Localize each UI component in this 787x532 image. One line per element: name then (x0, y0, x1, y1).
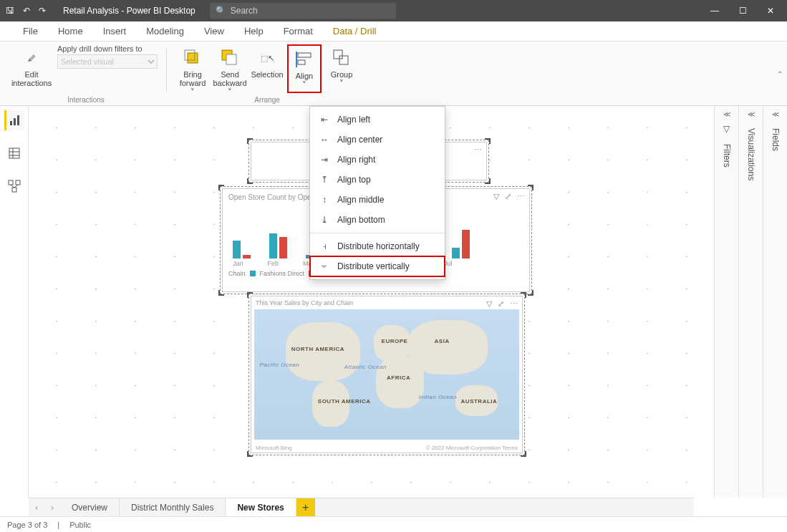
align-icon: ↕ (319, 195, 330, 205)
group-button[interactable]: Group˅ (324, 44, 359, 90)
edit-interactions-icon: 🖉 (28, 54, 36, 62)
align-menu-distribute-vertically[interactable]: ⫟Distribute vertically (310, 256, 445, 276)
tab-modeling[interactable]: Modeling (136, 21, 194, 41)
send-backward-button[interactable]: Send backward ˅ (213, 44, 247, 99)
svg-line-19 (11, 185, 14, 188)
visual-more-icon[interactable]: ⋯ (517, 192, 525, 201)
tab-data-drill[interactable]: Data / Drill (323, 21, 387, 41)
search-placeholder: Search (231, 6, 258, 16)
chevron-left-icon: ≪ (723, 110, 730, 118)
align-dropdown-menu: ⇤Align left↔Align center⇥Align right⤒Ali… (309, 106, 445, 280)
map-visual[interactable]: ▽ ⤢ ⋯ This Year Sales by City and Chain … (251, 296, 523, 453)
tab-file[interactable]: File (13, 21, 48, 41)
search-icon: 🔍 (216, 6, 226, 16)
filters-pane[interactable]: ≪ ▽ Filters (714, 106, 738, 498)
svg-rect-5 (298, 60, 305, 64)
align-icon: ⤓ (319, 215, 330, 225)
svg-rect-8 (339, 56, 348, 64)
tab-view[interactable]: View (194, 21, 234, 41)
tab-format[interactable]: Format (274, 21, 323, 41)
drill-filter-select[interactable]: Selected visual (57, 54, 158, 69)
fields-pane[interactable]: ≪ Fields (763, 106, 787, 498)
minimize-icon[interactable]: — (710, 6, 719, 16)
maximize-icon[interactable]: ☐ (739, 6, 747, 16)
align-menu-align-center[interactable]: ↔Align center (310, 130, 445, 150)
align-button[interactable]: Align˅ (287, 44, 322, 93)
add-sheet-button[interactable]: + (296, 498, 315, 517)
align-menu-align-bottom[interactable]: ⤓Align bottom (310, 210, 445, 230)
view-rail (0, 106, 29, 498)
status-bar: Page 3 of 3 | Public (0, 516, 787, 532)
tab-insert[interactable]: Insert (93, 21, 137, 41)
align-menu-align-middle[interactable]: ↕Align middle (310, 190, 445, 210)
selection-button[interactable]: ⬚↖ Selection (250, 44, 284, 82)
page-indicator: Page 3 of 3 (7, 521, 47, 529)
align-menu-align-right[interactable]: ⇥Align right (310, 150, 445, 170)
ribbon-group-arrange: Bring forward ˅ Send backward ˅ ⬚↖ Selec… (170, 44, 364, 105)
svg-rect-17 (16, 180, 20, 185)
svg-rect-18 (12, 188, 16, 192)
sheet-tab-district[interactable]: District Monthly Sales (120, 498, 226, 517)
svg-rect-11 (17, 115, 19, 125)
close-icon[interactable]: ✕ (767, 6, 774, 16)
align-icon: ⤒ (319, 175, 330, 185)
tab-home[interactable]: Home (48, 21, 93, 41)
svg-line-20 (14, 185, 18, 188)
svg-rect-10 (14, 118, 16, 125)
map-body: NORTH AMERICA EUROPE ASIA AFRICA SOUTH A… (254, 309, 519, 440)
visual-more-icon[interactable]: ⋯ (474, 145, 482, 155)
align-icon: ⫞ (319, 241, 330, 251)
report-view-button[interactable] (4, 110, 24, 130)
align-menu-align-top[interactable]: ⤒Align top (310, 170, 445, 190)
svg-rect-12 (9, 148, 19, 158)
svg-rect-9 (10, 121, 12, 125)
focus-icon[interactable]: ⤢ (505, 192, 511, 201)
align-menu-align-left[interactable]: ⇤Align left (310, 110, 445, 130)
sensitivity-label: Public (69, 521, 91, 529)
sheet-tab-overview[interactable]: Overview (60, 498, 120, 517)
filter-icon[interactable]: ▽ (486, 299, 492, 309)
svg-rect-7 (334, 50, 342, 59)
svg-rect-0 (188, 53, 198, 63)
sheet-tab-new-stores[interactable]: New Stores (226, 498, 296, 517)
redo-icon[interactable]: ↷ (39, 6, 46, 16)
data-view-button[interactable] (4, 143, 24, 163)
chevron-left-icon: ≪ (748, 110, 755, 118)
drill-filter-control: Apply drill down filters to Selected vis… (57, 44, 158, 69)
selection-icon: ⬚↖ (261, 54, 274, 63)
edit-interactions-button[interactable]: 🖉 Edit interactions (14, 44, 49, 90)
filter-icon: ▽ (723, 124, 730, 134)
visualizations-pane[interactable]: ≪ Visualizations (738, 106, 763, 498)
filter-icon[interactable]: ▽ (493, 192, 499, 201)
search-box[interactable]: 🔍 Search (210, 3, 396, 19)
focus-icon[interactable]: ⤢ (498, 299, 504, 309)
app-title: Retail Analysis - Power BI Desktop (63, 6, 195, 16)
title-bar: 🖫 ↶ ↷ Retail Analysis - Power BI Desktop… (0, 0, 787, 21)
svg-rect-4 (298, 53, 311, 57)
tab-nav-prev[interactable]: ‹ (29, 503, 44, 513)
menu-tabs: File Home Insert Modeling View Help Form… (0, 21, 787, 42)
model-view-button[interactable] (4, 176, 24, 196)
undo-icon[interactable]: ↶ (23, 6, 30, 16)
svg-rect-16 (9, 180, 13, 185)
save-icon[interactable]: 🖫 (6, 6, 14, 16)
visual-more-icon[interactable]: ⋯ (510, 299, 518, 309)
right-panes: ≪ ▽ Filters ≪ Visualizations ≪ Fields (714, 106, 787, 498)
align-icon: ⫟ (319, 261, 330, 271)
tab-help[interactable]: Help (234, 21, 274, 41)
svg-rect-3 (226, 54, 236, 64)
ribbon: 🖉 Edit interactions Apply drill down fil… (0, 42, 787, 106)
sheet-tabs: ‹ › Overview District Monthly Sales New … (29, 498, 694, 516)
bring-forward-button[interactable]: Bring forward ˅ (175, 44, 210, 99)
align-icon: ↔ (319, 135, 330, 145)
align-icon: ⇤ (319, 115, 330, 125)
ribbon-collapse-icon[interactable]: ⌃ (777, 69, 783, 77)
chevron-left-icon: ≪ (772, 110, 779, 118)
align-menu-distribute-horizontally[interactable]: ⫞Distribute horizontally (310, 236, 445, 256)
tab-nav-next[interactable]: › (44, 503, 60, 513)
align-icon: ⇥ (319, 155, 330, 165)
ribbon-group-interactions: 🖉 Edit interactions Apply drill down fil… (9, 44, 163, 105)
